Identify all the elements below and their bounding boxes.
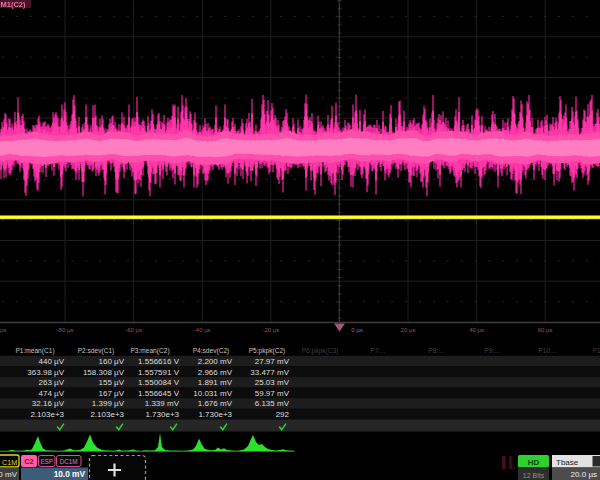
svg-text:2.966 mV: 2.966 mV [198, 368, 233, 377]
svg-text:1.399 µV: 1.399 µV [92, 399, 125, 408]
svg-text:P3:mean(C2): P3:mean(C2) [130, 347, 169, 355]
svg-text:-40 µs: -40 µs [194, 327, 211, 333]
svg-text:20.0 µs: 20.0 µs [571, 470, 597, 479]
svg-text:-80 µs: -80 µs [57, 327, 74, 333]
svg-text:1.556645 V: 1.556645 V [138, 389, 180, 398]
svg-text:HD: HD [528, 458, 540, 467]
svg-text:C1M: C1M [2, 458, 17, 467]
svg-text:1.730e+3: 1.730e+3 [145, 410, 179, 419]
svg-text:P4:sdev(C2): P4:sdev(C2) [193, 347, 230, 355]
svg-text:P5:pkpk(C2): P5:pkpk(C2) [249, 347, 286, 355]
svg-text:155 µV: 155 µV [98, 378, 124, 387]
svg-text:1.557591 V: 1.557591 V [138, 368, 180, 377]
svg-text:25.03 mV: 25.03 mV [255, 378, 290, 387]
svg-text:0 µs: 0 µs [351, 327, 362, 333]
svg-text:-20 µs: -20 µs [262, 327, 279, 333]
svg-text:1.339 mV: 1.339 mV [145, 399, 180, 408]
svg-text:40 µs: 40 µs [469, 327, 484, 333]
svg-text:-60 µs: -60 µs [125, 327, 142, 333]
svg-text:P9:...: P9:... [484, 347, 500, 354]
svg-text:1.891 mV: 1.891 mV [198, 378, 233, 387]
svg-text:33.477 mV: 33.477 mV [250, 368, 289, 377]
svg-text:1.556616 V: 1.556616 V [138, 357, 180, 366]
svg-text:0 mV: 0 mV [0, 470, 18, 479]
svg-text:P8:...: P8:... [428, 347, 444, 354]
svg-text:2.200 mV: 2.200 mV [198, 357, 233, 366]
svg-text:Tbase: Tbase [556, 458, 579, 467]
svg-text:C2: C2 [24, 457, 34, 466]
svg-text:P2:sdev(C1): P2:sdev(C1) [78, 347, 115, 355]
svg-text:P1:mean(C1): P1:mean(C1) [15, 347, 54, 355]
svg-text:27.97 mV: 27.97 mV [255, 357, 290, 366]
svg-text:-100 µs: -100 µs [0, 327, 6, 333]
svg-text:DC1M: DC1M [60, 458, 78, 465]
svg-text:2.103e+3: 2.103e+3 [90, 410, 124, 419]
svg-text:1.730e+3: 1.730e+3 [198, 410, 232, 419]
svg-text:6.135 mV: 6.135 mV [255, 399, 290, 408]
svg-text:167 µV: 167 µV [98, 389, 124, 398]
svg-text:20 µs: 20 µs [401, 327, 416, 333]
svg-text:1.550084 V: 1.550084 V [138, 378, 180, 387]
svg-text:ESP: ESP [40, 458, 53, 465]
svg-text:12 Bits: 12 Bits [523, 472, 545, 479]
svg-text:440 µV: 440 µV [38, 357, 64, 366]
svg-text:P11:...: P11:... [593, 347, 600, 354]
svg-text:59.97 mV: 59.97 mV [255, 389, 290, 398]
svg-text:474 µV: 474 µV [38, 389, 64, 398]
svg-text:M1(C2): M1(C2) [1, 0, 27, 9]
svg-text:292: 292 [276, 410, 290, 419]
svg-text:10.0 mV: 10.0 mV [54, 469, 86, 479]
svg-text:363.98 µV: 363.98 µV [27, 368, 64, 377]
svg-text:10.031 mV: 10.031 mV [193, 389, 232, 398]
svg-text:160 µV: 160 µV [98, 357, 124, 366]
svg-text:1.676 mV: 1.676 mV [198, 399, 233, 408]
svg-text:P10:...: P10:... [538, 347, 557, 354]
svg-text:60 µs: 60 µs [538, 327, 553, 333]
svg-text:263 µV: 263 µV [38, 378, 64, 387]
svg-text:32.16 µV: 32.16 µV [32, 399, 65, 408]
svg-text:2.103e+3: 2.103e+3 [30, 410, 64, 419]
svg-text:P6:pkpk(C3): P6:pkpk(C3) [302, 347, 339, 355]
svg-text:P7:...: P7:... [370, 347, 386, 354]
svg-text:158.308 µV: 158.308 µV [83, 368, 125, 377]
